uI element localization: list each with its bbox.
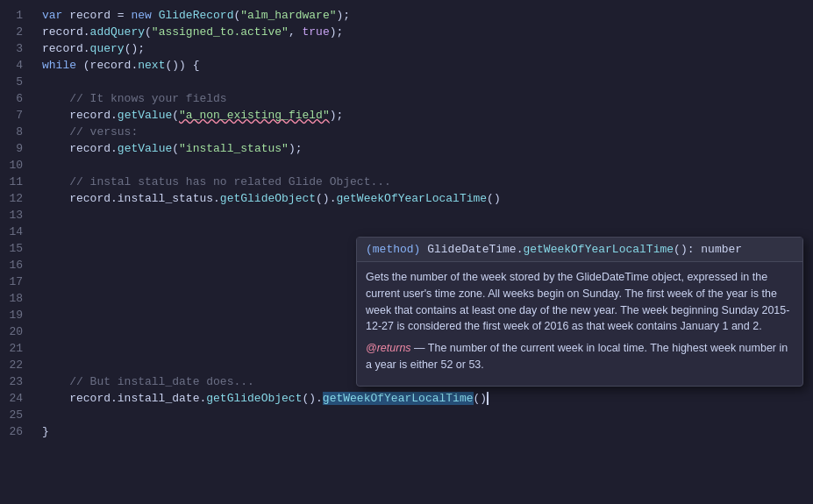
ln-25: 25 [0, 407, 32, 423]
code-line-9: record.getValue("install_status"); [42, 140, 813, 157]
line-numbers: 1 2 3 4 5 6 7 8 9 10 11 12 13 14 15 16 1… [0, 0, 32, 504]
code-line-6: // It knows your fields [42, 90, 813, 107]
ln-4: 4 [0, 57, 32, 74]
ln-3: 3 [0, 40, 32, 57]
code-line-10 [42, 157, 813, 174]
ln-13: 13 [0, 207, 32, 224]
ln-14: 14 [0, 224, 32, 240]
code-line-12: record.install_status.getGlideObject().g… [42, 190, 813, 207]
tooltip-description: Gets the number of the week stored by th… [366, 269, 794, 335]
ln-21: 21 [0, 340, 32, 357]
ln-7: 7 [0, 107, 32, 124]
ln-24: 24 [0, 390, 32, 407]
code-line-1: var record = new GlideRecord("alm_hardwa… [42, 7, 813, 24]
ln-16: 16 [0, 257, 32, 273]
ln-11: 11 [0, 174, 32, 190]
code-editor: 1 2 3 4 5 6 7 8 9 10 11 12 13 14 15 16 1… [0, 0, 813, 504]
code-line-3: record.query(); [42, 40, 813, 57]
tooltip-returns: @returns — The number of the current wee… [366, 340, 794, 373]
ln-8: 8 [0, 124, 32, 140]
code-line-11: // instal status has no related Glide Ob… [42, 174, 813, 190]
ln-23: 23 [0, 373, 32, 390]
ln-15: 15 [0, 240, 32, 257]
ln-12: 12 [0, 190, 32, 207]
ln-18: 18 [0, 290, 32, 307]
ln-5: 5 [0, 74, 32, 90]
ln-10: 10 [0, 157, 32, 174]
code-line-8: // versus: [42, 124, 813, 140]
code-line-7: record.getValue("a_non_existing_field"); [42, 107, 813, 124]
ln-17: 17 [0, 273, 32, 290]
ln-19: 19 [0, 307, 32, 323]
ln-20: 20 [0, 323, 32, 340]
tooltip-header: (method) GlideDateTime.getWeekOfYearLoca… [357, 238, 802, 262]
code-line-26: } [42, 423, 813, 440]
intellisense-tooltip: (method) GlideDateTime.getWeekOfYearLoca… [356, 237, 803, 387]
code-line-25 [42, 407, 813, 423]
ln-22: 22 [0, 357, 32, 373]
ln-9: 9 [0, 140, 32, 157]
code-line-24: record.install_date.getGlideObject().get… [42, 390, 813, 407]
code-content[interactable]: var record = new GlideRecord("alm_hardwa… [32, 0, 813, 504]
ln-26: 26 [0, 423, 32, 440]
code-line-4: while (record.next()) { [42, 57, 813, 74]
tooltip-body: Gets the number of the week stored by th… [357, 262, 802, 386]
code-line-13 [42, 207, 813, 224]
ln-1: 1 [0, 7, 32, 24]
ln-6: 6 [0, 90, 32, 107]
ln-2: 2 [0, 24, 32, 40]
code-line-5 [42, 74, 813, 90]
code-line-2: record.addQuery("assigned_to.active", tr… [42, 24, 813, 40]
